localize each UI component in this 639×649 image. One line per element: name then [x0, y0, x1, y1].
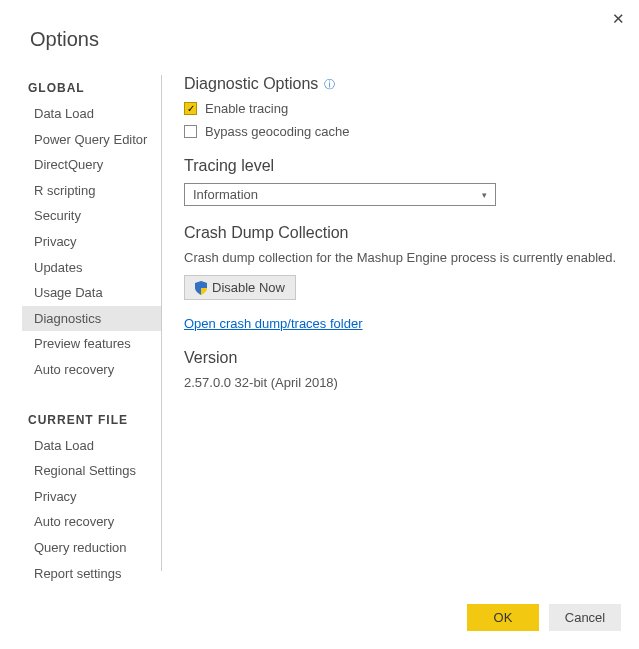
- bypass-geocoding-checkbox[interactable]: [184, 125, 197, 138]
- disable-now-label: Disable Now: [212, 280, 285, 295]
- sidebar-item-usage-data[interactable]: Usage Data: [22, 280, 161, 306]
- sidebar-item-cf-report-settings[interactable]: Report settings: [22, 561, 161, 587]
- sidebar-item-power-query-editor[interactable]: Power Query Editor: [22, 127, 161, 153]
- sidebar-item-r-scripting[interactable]: R scripting: [22, 178, 161, 204]
- sidebar-item-data-load[interactable]: Data Load: [22, 101, 161, 127]
- tracing-level-header: Tracing level: [184, 157, 621, 175]
- cancel-button[interactable]: Cancel: [549, 604, 621, 631]
- bypass-geocoding-row[interactable]: Bypass geocoding cache: [184, 124, 621, 139]
- crash-dump-header: Crash Dump Collection: [184, 224, 621, 242]
- info-icon[interactable]: ⓘ: [324, 77, 335, 92]
- disable-now-button[interactable]: Disable Now: [184, 275, 296, 300]
- sidebar-item-preview-features[interactable]: Preview features: [22, 331, 161, 357]
- sidebar-item-privacy[interactable]: Privacy: [22, 229, 161, 255]
- main-panel: Diagnostic Options ⓘ ✓ Enable tracing By…: [162, 75, 621, 571]
- sidebar-item-cf-regional[interactable]: Regional Settings: [22, 458, 161, 484]
- enable-tracing-checkbox[interactable]: ✓: [184, 102, 197, 115]
- sidebar-section-current-file: CURRENT FILE: [22, 407, 161, 433]
- sidebar-item-cf-query-reduction[interactable]: Query reduction: [22, 535, 161, 561]
- open-crash-folder-link[interactable]: Open crash dump/traces folder: [184, 316, 362, 331]
- sidebar-item-security[interactable]: Security: [22, 203, 161, 229]
- dialog-footer: OK Cancel: [467, 604, 621, 631]
- diagnostic-options-header: Diagnostic Options ⓘ: [184, 75, 621, 93]
- bypass-geocoding-label: Bypass geocoding cache: [205, 124, 350, 139]
- page-title: Options: [0, 0, 639, 51]
- sidebar-item-directquery[interactable]: DirectQuery: [22, 152, 161, 178]
- version-header: Version: [184, 349, 621, 367]
- tracing-level-select[interactable]: Information ▾: [184, 183, 496, 206]
- sidebar-section-global: GLOBAL: [22, 75, 161, 101]
- sidebar-item-updates[interactable]: Updates: [22, 255, 161, 281]
- close-icon[interactable]: ✕: [612, 10, 625, 28]
- crash-dump-description: Crash dump collection for the Mashup Eng…: [184, 250, 621, 265]
- version-text: 2.57.0.0 32-bit (April 2018): [184, 375, 621, 390]
- chevron-down-icon: ▾: [482, 190, 487, 200]
- sidebar-item-cf-privacy[interactable]: Privacy: [22, 484, 161, 510]
- shield-icon: [195, 281, 207, 295]
- sidebar-item-diagnostics[interactable]: Diagnostics: [22, 306, 161, 332]
- ok-button[interactable]: OK: [467, 604, 539, 631]
- diagnostic-options-label: Diagnostic Options: [184, 75, 318, 93]
- enable-tracing-label: Enable tracing: [205, 101, 288, 116]
- tracing-level-value: Information: [193, 187, 258, 202]
- content-body: GLOBAL Data Load Power Query Editor Dire…: [0, 51, 639, 571]
- sidebar: GLOBAL Data Load Power Query Editor Dire…: [22, 75, 162, 571]
- sidebar-item-auto-recovery[interactable]: Auto recovery: [22, 357, 161, 383]
- sidebar-item-cf-data-load[interactable]: Data Load: [22, 433, 161, 459]
- enable-tracing-row[interactable]: ✓ Enable tracing: [184, 101, 621, 116]
- sidebar-item-cf-auto-recovery[interactable]: Auto recovery: [22, 509, 161, 535]
